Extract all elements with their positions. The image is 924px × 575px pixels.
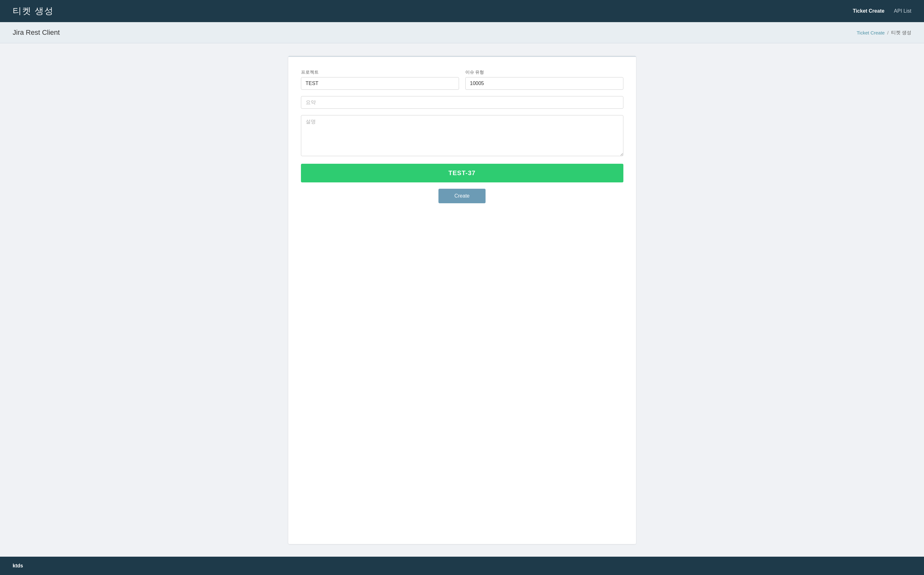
description-row	[301, 115, 623, 157]
breadcrumb-current: 티켓 생성	[891, 30, 911, 36]
navbar: 티켓 생성 Ticket Create API List	[0, 0, 924, 22]
summary-input[interactable]	[301, 96, 623, 109]
form-actions: Create	[301, 189, 623, 203]
nav-api-list[interactable]: API List	[894, 8, 911, 14]
create-button[interactable]: Create	[438, 189, 485, 203]
footer: ktds	[0, 557, 924, 575]
result-banner: TEST-37	[301, 164, 623, 183]
description-textarea[interactable]	[301, 115, 623, 156]
navbar-brand: 티켓 생성	[13, 5, 54, 17]
breadcrumb: Ticket Create / 티켓 생성	[857, 30, 911, 36]
breadcrumb-separator: /	[887, 30, 889, 35]
breadcrumb-link[interactable]: Ticket Create	[857, 30, 885, 35]
issue-type-input[interactable]	[465, 77, 623, 90]
project-issue-row: 프로젝트 이슈 유형	[301, 70, 623, 90]
nav-ticket-create[interactable]: Ticket Create	[853, 8, 884, 14]
sub-header: Jira Rest Client Ticket Create / 티켓 생성	[0, 22, 924, 43]
issue-type-group: 이슈 유형	[465, 70, 623, 90]
form-card: 프로젝트 이슈 유형 TEST-37 Create	[288, 56, 636, 544]
footer-brand: ktds	[13, 563, 23, 569]
page-title: Jira Rest Client	[13, 29, 60, 37]
project-label: 프로젝트	[301, 70, 459, 75]
navbar-nav: Ticket Create API List	[853, 8, 911, 14]
main-content: 프로젝트 이슈 유형 TEST-37 Create	[0, 43, 924, 557]
summary-row	[301, 96, 623, 109]
issue-type-label: 이슈 유형	[465, 70, 623, 75]
project-group: 프로젝트	[301, 70, 459, 90]
project-input[interactable]	[301, 77, 459, 90]
